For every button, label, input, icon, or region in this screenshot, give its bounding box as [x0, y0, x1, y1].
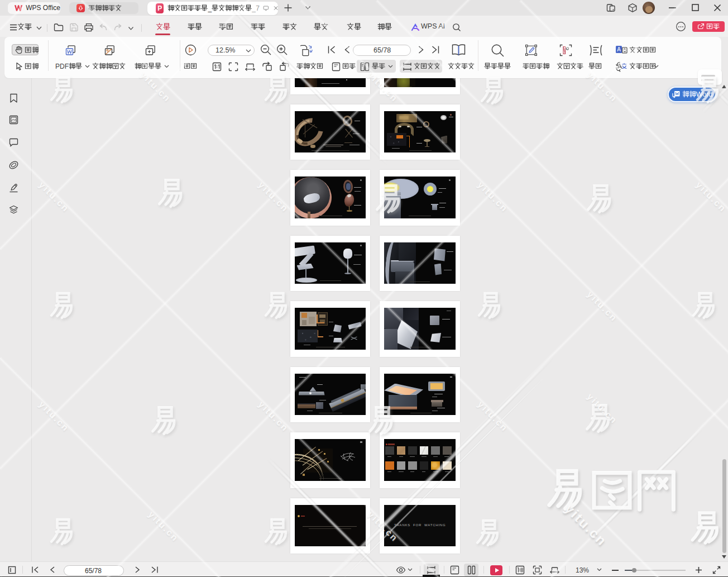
svg-text:A: A [617, 46, 621, 53]
